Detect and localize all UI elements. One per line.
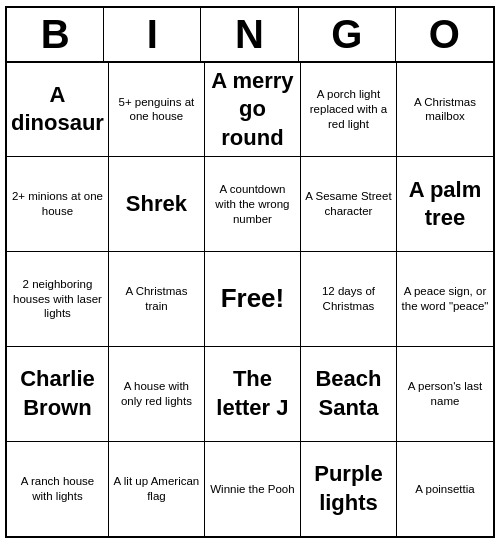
bingo-cell-12: Free!: [205, 252, 301, 347]
header-letter: B: [7, 8, 104, 61]
cell-text-16: A house with only red lights: [113, 379, 200, 409]
bingo-cell-15: Charlie Brown: [7, 347, 109, 442]
cell-text-18: Beach Santa: [305, 365, 392, 422]
bingo-cell-13: 12 days of Christmas: [301, 252, 397, 347]
bingo-cell-4: A Christmas mailbox: [397, 63, 493, 158]
cell-text-22: Winnie the Pooh: [210, 482, 294, 497]
bingo-cell-22: Winnie the Pooh: [205, 442, 301, 537]
bingo-cell-9: A palm tree: [397, 157, 493, 252]
cell-text-17: The letter J: [209, 365, 296, 422]
bingo-cell-0: A dinosaur: [7, 63, 109, 158]
bingo-card: BINGO A dinosaur5+ penguins at one house…: [5, 6, 495, 539]
bingo-cell-19: A person's last name: [397, 347, 493, 442]
bingo-cell-24: A poinsettia: [397, 442, 493, 537]
cell-text-2: A merry go round: [209, 67, 296, 153]
cell-text-4: A Christmas mailbox: [401, 95, 489, 125]
bingo-cell-3: A porch light replaced with a red light: [301, 63, 397, 158]
cell-text-24: A poinsettia: [415, 482, 474, 497]
cell-text-20: A ranch house with lights: [11, 474, 104, 504]
cell-text-6: Shrek: [126, 190, 187, 219]
bingo-grid: A dinosaur5+ penguins at one houseA merr…: [7, 63, 493, 537]
bingo-cell-8: A Sesame Street character: [301, 157, 397, 252]
bingo-header: BINGO: [7, 8, 493, 63]
bingo-cell-1: 5+ penguins at one house: [109, 63, 205, 158]
cell-text-21: A lit up American flag: [113, 474, 200, 504]
cell-text-13: 12 days of Christmas: [305, 284, 392, 314]
bingo-cell-18: Beach Santa: [301, 347, 397, 442]
cell-text-11: A Christmas train: [113, 284, 200, 314]
bingo-cell-14: A peace sign, or the word "peace": [397, 252, 493, 347]
cell-text-10: 2 neighboring houses with laser lights: [11, 277, 104, 322]
bingo-cell-5: 2+ minions at one house: [7, 157, 109, 252]
cell-text-19: A person's last name: [401, 379, 489, 409]
cell-text-15: Charlie Brown: [11, 365, 104, 422]
header-letter: N: [201, 8, 298, 61]
bingo-cell-20: A ranch house with lights: [7, 442, 109, 537]
bingo-cell-21: A lit up American flag: [109, 442, 205, 537]
cell-text-3: A porch light replaced with a red light: [305, 87, 392, 132]
bingo-cell-10: 2 neighboring houses with laser lights: [7, 252, 109, 347]
bingo-cell-23: Purple lights: [301, 442, 397, 537]
header-letter: I: [104, 8, 201, 61]
header-letter: O: [396, 8, 493, 61]
cell-text-5: 2+ minions at one house: [11, 189, 104, 219]
bingo-cell-17: The letter J: [205, 347, 301, 442]
bingo-cell-2: A merry go round: [205, 63, 301, 158]
cell-text-23: Purple lights: [305, 460, 392, 517]
cell-text-1: 5+ penguins at one house: [113, 95, 200, 125]
cell-text-0: A dinosaur: [11, 81, 104, 138]
bingo-cell-7: A countdown with the wrong number: [205, 157, 301, 252]
bingo-cell-16: A house with only red lights: [109, 347, 205, 442]
header-letter: G: [299, 8, 396, 61]
bingo-cell-11: A Christmas train: [109, 252, 205, 347]
cell-text-12: Free!: [221, 282, 285, 316]
cell-text-14: A peace sign, or the word "peace": [401, 284, 489, 314]
cell-text-8: A Sesame Street character: [305, 189, 392, 219]
cell-text-9: A palm tree: [401, 176, 489, 233]
cell-text-7: A countdown with the wrong number: [209, 182, 296, 227]
bingo-cell-6: Shrek: [109, 157, 205, 252]
